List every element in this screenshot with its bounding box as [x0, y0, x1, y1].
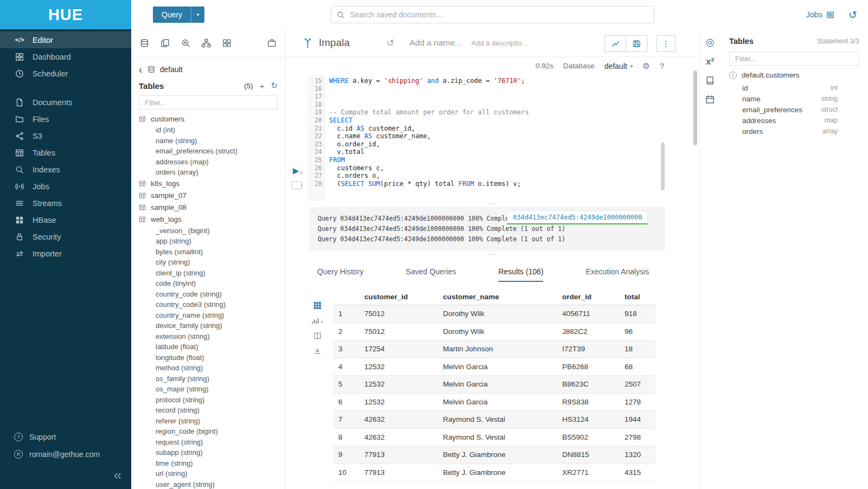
assistant-icon[interactable]: ◎ — [705, 37, 715, 47]
assist-column[interactable]: country_code3 (string) — [139, 299, 278, 310]
sidebar-item-dashboard[interactable]: Dashboard — [0, 48, 131, 65]
active-table-row[interactable]: i default.customers — [729, 71, 859, 79]
column-header-customer-name[interactable]: customer_name — [438, 288, 557, 305]
table-row[interactable]: 842632Raymond S. VestalBS59022798 — [333, 428, 655, 446]
right-column-addresses[interactable]: addressesmap — [729, 115, 859, 126]
hue-logo[interactable]: HUE — [0, 0, 131, 29]
assist-column[interactable]: request (string) — [139, 437, 278, 448]
help-icon[interactable]: ? — [660, 61, 664, 70]
assist-table-sample-07[interactable]: sample_07 — [139, 190, 278, 202]
assist-column[interactable]: app (string) — [139, 236, 278, 247]
assist-column[interactable]: extension (string) — [139, 331, 278, 342]
assist-column[interactable]: record (string) — [139, 405, 278, 416]
assist-column[interactable]: os_family (string) — [139, 374, 278, 384]
query-id-overlay[interactable]: 034d413ec7474ed5:4249de1000000000 — [507, 210, 648, 224]
table-filter-input[interactable] — [144, 98, 273, 107]
execute-button[interactable]: ▶▾ — [293, 166, 303, 176]
right-filter-input[interactable] — [734, 54, 854, 63]
language-docs-icon[interactable] — [705, 76, 715, 85]
table-row[interactable]: 742632Raymond S. VestalHS31241944 — [333, 411, 655, 429]
settings-gear-icon[interactable]: ⚙ — [642, 61, 650, 71]
tab-saved-queries[interactable]: Saved Queries — [406, 263, 456, 282]
query-type-caret-icon[interactable]: ▾ — [191, 7, 204, 23]
tab-execution-analysis[interactable]: Execution Analysis — [586, 263, 649, 282]
database-select[interactable]: default ▾ — [605, 62, 633, 70]
chart-button[interactable] — [605, 36, 626, 52]
table-row[interactable]: 977913Betty J. GiambroneDN88151320 — [333, 446, 655, 464]
query-description-input[interactable] — [470, 38, 538, 48]
resize-handle[interactable] — [286, 201, 699, 207]
download-icon[interactable] — [313, 347, 322, 355]
tab-query-history[interactable]: Query History — [317, 263, 364, 282]
chart-view-button[interactable]: ▾ — [311, 317, 323, 325]
apps-grid-icon[interactable] — [222, 38, 232, 48]
assist-column[interactable]: url (string) — [139, 468, 278, 479]
assist-column[interactable]: orders (array) — [139, 167, 278, 178]
query-name-input[interactable] — [408, 37, 465, 48]
right-column-email-preferences[interactable]: email_preferencesstruct — [729, 104, 859, 115]
schedule-icon[interactable] — [705, 95, 715, 104]
right-column-name[interactable]: namestring — [729, 93, 859, 104]
assist-column[interactable]: protocol (string) — [139, 395, 278, 406]
assist-column[interactable]: country_name (string) — [139, 310, 278, 321]
table-row[interactable]: 317254Martin JohnsonI72T3918 — [333, 340, 655, 358]
jobs-link[interactable]: Jobs — [806, 10, 834, 19]
assist-column[interactable]: _version_ (bigint) — [139, 226, 278, 236]
assist-column[interactable]: region_code (bigint) — [139, 426, 278, 437]
assist-table-customers[interactable]: customers — [139, 113, 278, 125]
breadcrumb-database[interactable]: default — [160, 65, 183, 74]
sidebar-item-documents[interactable]: Documents — [0, 94, 131, 111]
zoom-search-icon[interactable] — [181, 38, 190, 48]
right-column-id[interactable]: idint — [729, 82, 859, 93]
assist-column[interactable]: name (string) — [139, 136, 278, 146]
sidebar-item-security[interactable]: Security — [0, 228, 131, 245]
sidebar-item-hbase[interactable]: HBase — [0, 211, 131, 228]
table-row[interactable]: 275012Dorothy WilkJ882C296 — [333, 323, 655, 340]
tab-results-106[interactable]: Results (106) — [498, 263, 543, 282]
more-actions-button[interactable]: ⋮ — [656, 35, 676, 52]
history-icon[interactable]: ↺ — [848, 10, 857, 20]
assist-column[interactable]: device_family (string) — [139, 320, 278, 331]
functions-icon[interactable]: x² — [706, 57, 714, 66]
assist-table-web-logs[interactable]: web_logs — [139, 214, 278, 226]
databases-icon[interactable] — [140, 38, 149, 48]
column-header-customer-id[interactable]: customer_id — [359, 288, 438, 305]
assist-table-k8s-logs[interactable]: k8s_logs — [139, 178, 278, 190]
assist-column[interactable]: user_agent (string) — [139, 479, 278, 489]
add-table-icon[interactable]: + — [260, 81, 265, 91]
assist-column[interactable]: bytes (smallint) — [139, 247, 278, 258]
assist-column[interactable]: code (tinyint) — [139, 278, 278, 289]
sidebar-item-indexes[interactable]: Indexes — [0, 161, 131, 178]
editor-scrollbar[interactable] — [661, 143, 665, 190]
sitemap-icon[interactable] — [202, 38, 211, 48]
table-row[interactable]: 412532Melvin GarciaPB626868 — [333, 358, 655, 376]
refresh-icon[interactable]: ↻ — [271, 81, 278, 91]
sidebar-item-tables[interactable]: Tables — [0, 144, 131, 161]
sidebar-item-streams[interactable]: Streams — [0, 195, 131, 211]
assist-column[interactable]: longitude (float) — [139, 352, 278, 363]
sidebar-item-support[interactable]: ? Support — [0, 428, 131, 446]
assist-column[interactable]: country_code (string) — [139, 289, 278, 300]
sidebar-item-user[interactable]: R romain@gethue.com — [0, 446, 131, 463]
sidebar-item-importer[interactable]: ⇄Importer — [0, 245, 131, 262]
sidebar-item-jobs[interactable]: Jobs — [0, 178, 131, 195]
code-area[interactable]: WHERE a.key = 'shipping' and a.zip_code … — [325, 75, 699, 201]
collapse-sidebar-icon[interactable]: « — [114, 467, 121, 484]
assist-column[interactable]: subapp (string) — [139, 447, 278, 458]
assist-column[interactable]: latitude (float) — [139, 342, 278, 352]
query-history-icon[interactable]: ↺ — [387, 38, 394, 48]
assist-column[interactable]: client_ip (string) — [139, 268, 278, 279]
new-query-button[interactable]: Query ▾ — [153, 7, 204, 23]
sidebar-item-s3[interactable]: S3 — [0, 127, 131, 144]
sidebar-item-editor[interactable]: </>Editor — [0, 31, 131, 48]
sidebar-item-scheduler[interactable]: Scheduler — [0, 65, 131, 82]
resize-handle[interactable] — [286, 251, 699, 258]
assist-table-sample-08[interactable]: sample_08 — [139, 202, 278, 214]
table-row[interactable]: 1077913Betty J. GiambroneXR27714315 — [333, 464, 655, 481]
assist-column[interactable]: city (string) — [139, 257, 278, 268]
assist-column[interactable]: id (int) — [139, 125, 278, 136]
assist-column[interactable]: addresses (map) — [139, 157, 278, 168]
assist-column[interactable]: email_preferences (struct) — [139, 146, 278, 157]
main-scrollbar[interactable] — [693, 70, 697, 145]
table-row[interactable]: 612532Melvin GarciaR9S8381278 — [333, 393, 655, 411]
